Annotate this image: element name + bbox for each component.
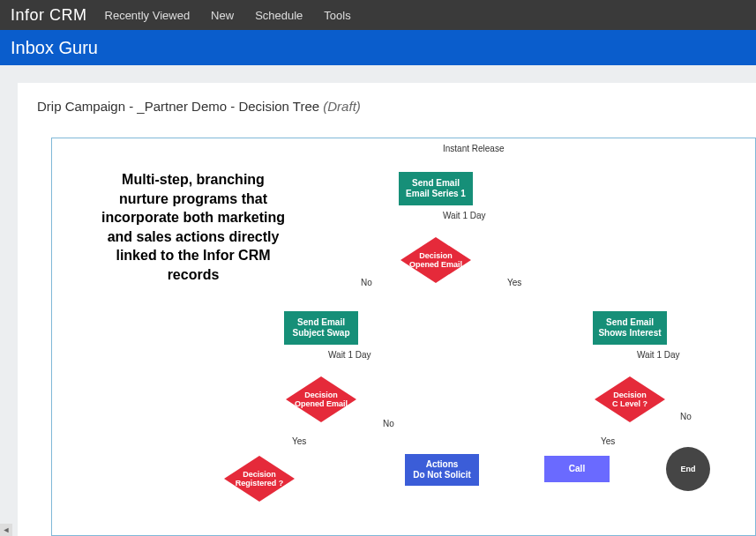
node-line1: Send Email [297, 317, 345, 328]
node-line1: Send Email [412, 178, 460, 189]
node-line2: Do Not Solicit [413, 470, 471, 480]
node-decision-opened-email-2[interactable]: Decision Opened Email [286, 376, 356, 422]
menu-new[interactable]: New [211, 9, 234, 22]
node-action-do-not-solicit[interactable]: Actions Do Not Solicit [405, 454, 479, 486]
node-decision-opened-email-1[interactable]: Decision Opened Email [400, 237, 471, 283]
edge-label-yes1: Yes [507, 278, 521, 287]
edge-label-yes3: Yes [601, 436, 615, 446]
edge-label-no2: No [383, 419, 394, 428]
edge-label-wait1: Wait 1 Day [443, 211, 486, 220]
node-line2: Shows Interest [598, 328, 661, 339]
panel-title-text: Drip Campaign - _Partner Demo - Decision… [37, 99, 323, 114]
node-label: End [681, 465, 696, 474]
node-send-email-subject-swap[interactable]: Send Email Subject Swap [284, 311, 358, 345]
page-title-bar: Inbox Guru [0, 30, 756, 65]
panel-title-status: (Draft) [323, 99, 361, 114]
node-line1: Decision [243, 470, 276, 479]
node-line2: C Level ? [612, 399, 647, 408]
node-line1: Decision [304, 391, 338, 399]
panel: Drip Campaign - _Partner Demo - Decision… [18, 83, 756, 536]
edge-label-wait2a: Wait 1 Day [328, 350, 371, 360]
node-label: Call [569, 464, 585, 474]
node-line1: Decision [613, 391, 647, 399]
node-send-email-shows-interest[interactable]: Send Email Shows Interest [593, 311, 667, 345]
node-line2: Registered ? [236, 479, 284, 488]
node-line1: Decision [419, 251, 453, 260]
node-line2: Opened Email [409, 260, 462, 269]
edge-label-yes2: Yes [292, 436, 306, 446]
node-line2: Subject Swap [292, 328, 349, 339]
node-decision-c-level[interactable]: Decision C Level ? [595, 376, 665, 422]
node-line1: Send Email [606, 317, 654, 328]
node-send-email-series1[interactable]: Send Email Email Series 1 [399, 172, 473, 205]
annotation-text: Multi-step, branching nurture programs t… [96, 170, 290, 285]
node-decision-registered[interactable]: Decision Registered ? [224, 456, 295, 502]
menu-schedule[interactable]: Schedule [255, 9, 303, 22]
chevron-left-icon: ◄ [3, 525, 11, 534]
scroll-left-button[interactable]: ◄ [0, 524, 12, 536]
edge-label-no3: No [680, 412, 692, 421]
panel-title: Drip Campaign - _Partner Demo - Decision… [37, 99, 737, 114]
top-menu-bar: Infor CRM Recently Viewed New Schedule T… [0, 0, 756, 30]
node-line1: Actions [426, 459, 459, 470]
edge-label-wait2b: Wait 1 Day [637, 350, 680, 360]
node-line2: Opened Email [295, 399, 348, 408]
edge-label-release: Instant Release [443, 144, 505, 153]
app-brand: Infor CRM [11, 6, 87, 25]
edge-label-no1: No [361, 278, 372, 287]
menu-tools[interactable]: Tools [324, 9, 350, 22]
menu-recently-viewed[interactable]: Recently Viewed [105, 9, 191, 22]
node-call[interactable]: Call [544, 456, 610, 482]
node-end[interactable]: End [666, 447, 710, 491]
node-line2: Email Series 1 [406, 189, 466, 199]
workflow-canvas[interactable]: Multi-step, branching nurture programs t… [51, 138, 756, 536]
page-title: Inbox Guru [11, 38, 98, 58]
content-area: Drip Campaign - _Partner Demo - Decision… [0, 65, 756, 536]
